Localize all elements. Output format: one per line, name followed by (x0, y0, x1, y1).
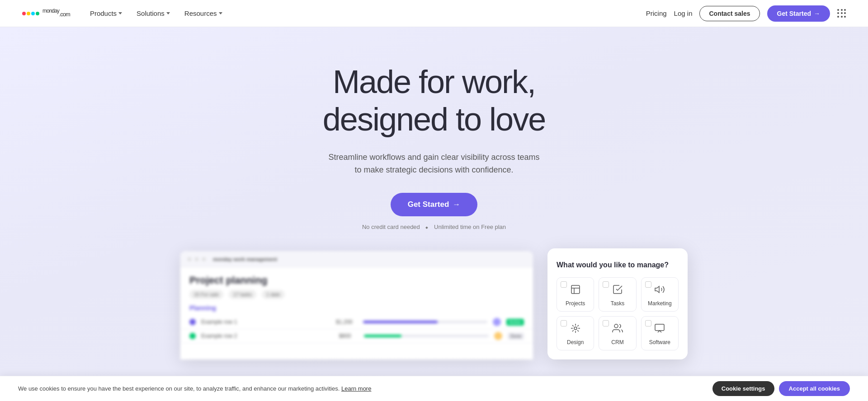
nav-resources-label: Resources (184, 9, 217, 17)
nav-login[interactable]: Log in (674, 9, 693, 17)
manage-label-tasks: Tasks (611, 300, 625, 307)
get-started-hero-arrow: → (453, 200, 460, 209)
svg-rect-6 (655, 324, 664, 331)
hero-note-text1: No credit card needed (362, 224, 420, 230)
dashboard-preview: monday work management Project planning … (180, 251, 533, 359)
design-icon (570, 323, 581, 336)
resources-chevron-icon (219, 12, 222, 14)
svg-point-5 (614, 324, 618, 328)
nav-products[interactable]: Products (85, 6, 127, 21)
svg-marker-3 (655, 286, 659, 293)
manage-checkbox-projects (561, 281, 567, 288)
nav-products-label: Products (90, 9, 117, 17)
logo[interactable]: monday.com (22, 6, 70, 20)
cookie-actions: Cookie settings Accept all cookies (712, 381, 850, 396)
hero-title-line1: Made for work, (333, 64, 535, 100)
marketing-icon (654, 284, 665, 298)
table-row: Example row 1 $1,200 Active (180, 315, 533, 329)
manage-label-projects: Projects (566, 300, 585, 307)
hero-bottom: monday work management Project planning … (0, 248, 868, 359)
logo-icon (22, 12, 40, 15)
get-started-nav-label: Get Started (777, 10, 811, 17)
hero-title: Made for work, designed to love (323, 63, 545, 138)
cookie-bar: We use cookies to ensure you have the be… (0, 376, 868, 401)
nav-solutions-label: Solutions (137, 9, 165, 17)
cookie-message: We use cookies to ensure you have the be… (18, 385, 371, 392)
manage-label-marketing: Marketing (648, 300, 672, 307)
cookie-learn-more-link[interactable]: Learn more (341, 385, 371, 392)
nav-solutions[interactable]: Solutions (131, 6, 175, 21)
logo-dot-yellow (27, 12, 30, 15)
cookie-settings-button[interactable]: Cookie settings (712, 381, 774, 396)
hero-subtitle: Streamline workflows and gain clear visi… (326, 151, 542, 177)
logo-monday-text: monday (42, 8, 59, 14)
apps-grid-icon[interactable] (837, 9, 846, 18)
logo-dot-green (36, 12, 39, 15)
nav-pricing[interactable]: Pricing (646, 9, 667, 17)
hero-section: Made for work, designed to love Streamli… (0, 27, 868, 401)
manage-item-marketing[interactable]: Marketing (641, 277, 679, 312)
manage-checkbox-design (561, 320, 567, 326)
software-icon (654, 323, 665, 336)
get-started-hero-button[interactable]: Get Started → (391, 193, 478, 216)
manage-checkbox-software (645, 320, 651, 326)
manage-checkbox-crm (603, 320, 609, 326)
svg-point-4 (574, 327, 577, 330)
manage-item-projects[interactable]: Projects (557, 277, 594, 312)
navbar-right: Pricing Log in Contact sales Get Started… (646, 5, 846, 22)
manage-item-crm[interactable]: CRM (599, 316, 636, 350)
dashboard-topbar: monday work management (180, 251, 533, 267)
dashboard-meta: 15 For sale 17 tasks 1 date (180, 290, 533, 304)
cookie-message-text: We use cookies to ensure you have the be… (18, 385, 340, 392)
get-started-nav-arrow: → (814, 10, 820, 17)
hero-note-text2: Unlimited time on Free plan (434, 224, 506, 230)
accept-cookies-button[interactable]: Accept all cookies (779, 381, 850, 396)
crm-icon (612, 323, 623, 336)
manage-grid: Projects Tasks (557, 277, 679, 350)
nav-links: Products Solutions Resources (85, 6, 228, 21)
navbar: monday.com Products Solutions Resources … (0, 0, 868, 27)
nav-resources[interactable]: Resources (179, 6, 228, 21)
projects-icon (570, 284, 581, 298)
contact-sales-button[interactable]: Contact sales (699, 6, 760, 21)
logo-dot-red (22, 12, 26, 15)
manage-item-software[interactable]: Software (641, 316, 679, 350)
manage-label-crm: CRM (611, 339, 623, 345)
dashboard-section: Planning (180, 304, 533, 315)
logo-com: .com (59, 11, 70, 18)
dashboard-title: Project planning (180, 267, 533, 290)
manage-label-software: Software (649, 339, 670, 345)
hero-note: No credit card needed ⬥ Unlimited time o… (362, 224, 506, 230)
manage-checkbox-marketing (645, 281, 651, 288)
manage-card: What would you like to manage? Projects (547, 248, 688, 359)
manage-label-design: Design (567, 339, 584, 345)
logo-dot-blue (31, 12, 35, 15)
logo-text: monday.com (42, 6, 70, 20)
hero-note-separator: ⬥ (425, 224, 429, 230)
table-row: Example row 2 $800 Done (180, 329, 533, 343)
manage-card-title: What would you like to manage? (557, 261, 679, 269)
products-chevron-icon (118, 12, 122, 14)
tasks-icon (612, 284, 623, 298)
get-started-nav-button[interactable]: Get Started → (767, 5, 830, 22)
solutions-chevron-icon (166, 12, 170, 14)
manage-checkbox-tasks (603, 281, 609, 288)
manage-item-tasks[interactable]: Tasks (599, 277, 636, 312)
get-started-hero-label: Get Started (408, 200, 449, 209)
manage-item-design[interactable]: Design (557, 316, 594, 350)
svg-rect-0 (571, 285, 580, 294)
hero-title-line2: designed to love (323, 101, 545, 137)
navbar-left: monday.com Products Solutions Resources (22, 6, 228, 21)
